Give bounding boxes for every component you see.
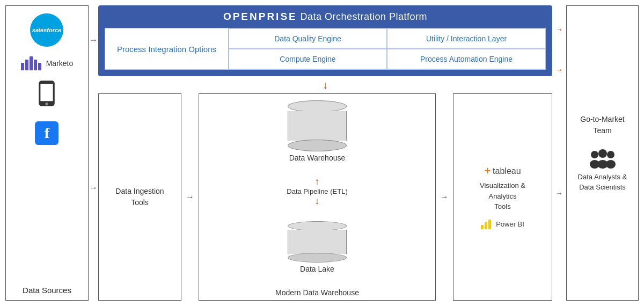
- top-right-arrow-2-icon: →: [555, 65, 563, 74]
- openprise-title: OPENPRISE Data Orchestration Platform: [105, 11, 546, 23]
- etl-down-arrow-icon: ↓: [314, 195, 319, 207]
- warehouse-footer: Modern Data Warehouse: [275, 288, 359, 297]
- cyl-body-dw: [288, 111, 347, 141]
- svg-point-9: [607, 151, 614, 158]
- svg-point-5: [591, 151, 598, 158]
- viz-label: Visualization &AnalyticsTools: [480, 180, 525, 212]
- tableau-text: tableau: [493, 166, 521, 176]
- openprise-platform: OPENPRISE Data Orchestration Platform Pr…: [98, 5, 552, 76]
- compute-engine-label: Compute Engine: [280, 55, 335, 63]
- ingestion-warehouse-arrow-icon: →: [186, 192, 194, 202]
- svg-point-4: [46, 103, 48, 105]
- data-sources-column: salesforce Marketo: [5, 5, 89, 301]
- cyl-top-dw: [288, 100, 347, 112]
- svg-point-10: [606, 160, 616, 169]
- data-sources-label: Data Sources: [23, 286, 71, 295]
- utility-interaction-label: Utility / Interaction Layer: [426, 34, 507, 43]
- process-automation-label: Process Automation Engine: [420, 55, 513, 63]
- ingestion-to-warehouse-arrow: →: [181, 93, 199, 301]
- svg-point-7: [598, 149, 607, 158]
- etl-up-arrow-icon: ↑: [314, 176, 319, 187]
- engines-grid: Data Quality Engine Utility / Interactio…: [229, 28, 545, 69]
- warehouse-box: Data Warehouse ↑ Data Pipeline (ETL) ↓ D…: [199, 93, 436, 301]
- tableau-plus-icon: +: [484, 165, 491, 177]
- right-arrows-col: → → →: [552, 5, 566, 301]
- viz-right-arrow-container: →: [555, 86, 563, 301]
- top-right-arrow-2-container: →: [555, 54, 563, 86]
- powerbi-bar-1: [481, 225, 484, 229]
- warehouse-to-viz-arrow: →: [436, 93, 453, 301]
- sf-arrow-container: →: [89, 5, 98, 75]
- cyl-bottom-dl: [288, 253, 347, 263]
- ingestion-arrow-in: →: [89, 75, 98, 301]
- powerbi-logo: Power BI: [481, 220, 524, 229]
- ingestion-box: Data IngestionTools: [98, 93, 181, 301]
- platform-subtitle: Data Orchestration Platform: [301, 11, 428, 22]
- data-warehouse-label: Data Warehouse: [289, 154, 346, 162]
- etl-section: ↑ Data Pipeline (ETL) ↓: [287, 176, 347, 207]
- data-warehouse-cylinder: Data Warehouse: [288, 100, 347, 162]
- analysts-item: Data Analysts & Data Scientists: [572, 149, 633, 193]
- viz-box: + tableau Visualization &AnalyticsTools …: [453, 93, 552, 301]
- mobile-icon: [37, 80, 56, 112]
- data-lake-cylinder: Data Lake: [288, 221, 347, 273]
- svg-text:salesforce: salesforce: [32, 27, 61, 33]
- marketo-label: Marketo: [46, 59, 74, 68]
- data-lake-label: Data Lake: [300, 265, 334, 273]
- viz-right-arrow-icon: →: [555, 189, 563, 198]
- etl-label: Data Pipeline (ETL): [287, 187, 347, 195]
- openprise-down-arrow-icon: ↓: [323, 79, 328, 90]
- ingestion-in-arrow-icon: →: [89, 183, 98, 193]
- go-to-market-item: Go-to-Market Team: [572, 114, 633, 136]
- powerbi-bar-2: [485, 222, 487, 229]
- cyl-body-dl: [288, 230, 347, 254]
- process-integration-cell: Process Integration Options: [105, 28, 229, 69]
- top-right-arrow-1-container: →: [555, 5, 563, 54]
- cyl-bottom-dw: [288, 140, 347, 151]
- source-arrow-col: → →: [89, 5, 98, 301]
- analysts-label: Data Analysts & Data Scientists: [572, 172, 633, 193]
- data-source-icons: salesforce Marketo: [21, 13, 74, 281]
- people-icon: [589, 149, 616, 169]
- powerbi-bars: [481, 220, 491, 229]
- openprise-inner-grid: Process Integration Options Data Quality…: [105, 28, 546, 70]
- powerbi-bar-3: [488, 220, 491, 229]
- salesforce-arrow-icon: →: [89, 35, 98, 45]
- utility-interaction-cell: Utility / Interaction Layer: [387, 28, 545, 49]
- top-right-arrow-1-icon: →: [555, 25, 563, 34]
- openprise-down-arrow-container: ↓: [98, 79, 552, 90]
- data-quality-engine-cell: Data Quality Engine: [229, 28, 387, 49]
- outputs-column: Go-to-Market Team Data Analysts & Data S…: [566, 5, 639, 301]
- tableau-logo: + tableau: [484, 165, 521, 177]
- data-quality-engine-label: Data Quality Engine: [274, 34, 341, 43]
- facebook-logo: f: [35, 121, 58, 145]
- powerbi-text: Power BI: [496, 220, 524, 228]
- openprise-brand: OPENPRISE: [223, 11, 297, 22]
- svg-rect-3: [41, 84, 53, 101]
- center-column: OPENPRISE Data Orchestration Platform Pr…: [98, 5, 552, 301]
- bottom-row: Data IngestionTools → Data Warehouse: [98, 93, 552, 301]
- process-automation-cell: Process Automation Engine: [387, 49, 545, 69]
- marketo-logo: Marketo: [21, 56, 74, 70]
- warehouse-viz-arrow-icon: →: [440, 192, 449, 202]
- ingestion-label: Data IngestionTools: [115, 186, 164, 208]
- process-integration-label: Process Integration Options: [117, 45, 216, 54]
- go-to-market-label: Go-to-Market Team: [572, 114, 633, 136]
- salesforce-logo: salesforce: [30, 13, 63, 47]
- compute-engine-cell: Compute Engine: [229, 49, 387, 69]
